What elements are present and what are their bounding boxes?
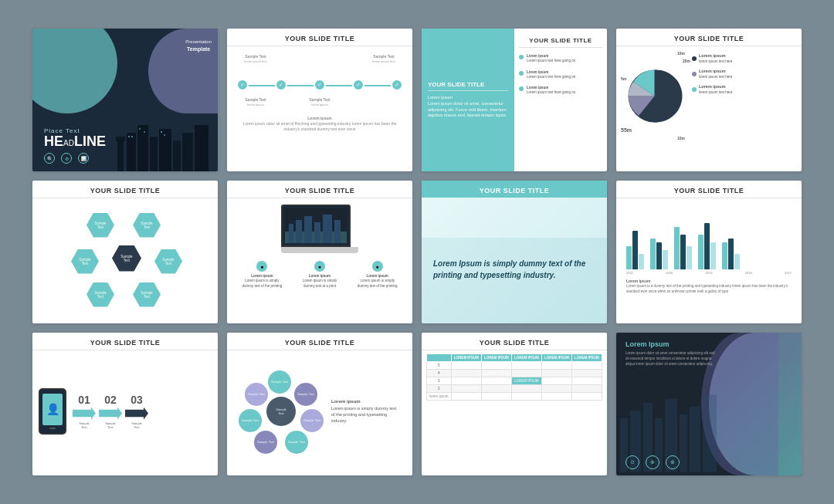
legend-text-2: Lorem ipsumlorem ipsum text here (699, 69, 732, 79)
label-2018: 2018 (745, 271, 752, 275)
th-col4: LOREM IPSUM (541, 354, 571, 362)
svg-rect-3 (137, 125, 148, 171)
pie-label-20m: 20m (683, 59, 690, 63)
presentation-title: Presentation Template (185, 38, 212, 53)
svg-rect-8 (195, 125, 208, 171)
gear-icon: ⚙ (61, 153, 72, 164)
svg-rect-20 (304, 216, 312, 243)
cell-3-4 (541, 377, 571, 385)
hex-top: SampleText (86, 213, 114, 238)
slide-11-table[interactable]: YOUR SLIDE TITLE LOREM IPSUM LOREM IPSUM… (422, 333, 607, 475)
step-3-text: SampleText (131, 421, 142, 429)
row-num-4: 4 (427, 370, 452, 377)
slide-9-title: YOUR SLIDE TITLE (32, 333, 218, 350)
bottom-icon-1: ⊙ (626, 455, 639, 469)
bullet-text-2: Lorem ipsumLorem ipsum text here going o… (527, 70, 575, 80)
bar-2020-2 (656, 242, 662, 269)
laptop-desc-2: ● Lorem ipsumLorem ipsum is simply dummy… (297, 261, 343, 289)
cell-3-5 (571, 377, 602, 385)
svg-rect-18 (289, 224, 293, 243)
cell-4-4 (541, 370, 571, 377)
cell-1-2 (481, 393, 511, 401)
row-num-5: 5 (427, 362, 452, 370)
bar-2018-2 (704, 223, 710, 269)
circle-center: SampleText (266, 397, 296, 426)
row-num-3: 3 (427, 377, 452, 385)
bullet-item-3: Lorem ipsumLorem ipsum text here going o… (519, 86, 602, 96)
laptop-icon-1: ● (256, 261, 267, 272)
hex-top-right: SampleText (133, 213, 161, 238)
laptop-text-1: Lorem ipsumLorem ipsum is simply dummy t… (239, 274, 285, 289)
svg-rect-13 (161, 131, 162, 133)
timeline-lorem: Lorem ipsum Lorem ipsum dolor sit amet o… (233, 116, 406, 132)
timeline-node-3 (314, 79, 326, 91)
cell-1-4 (541, 393, 571, 401)
pie-chart: 10m 20m 5m 55m 10m (619, 49, 689, 142)
bar-2017-2 (728, 238, 734, 269)
pie-label-10m-top: 10m (677, 51, 685, 56)
slide-2-content: Sample Textlorem ipsum text Sample Textl… (227, 46, 412, 135)
slide-5-hex[interactable]: YOUR SLIDE TITLE SampleText SampleText S… (32, 181, 218, 323)
slide-9-mobile[interactable]: YOUR SLIDE TITLE 👤 01 SampleText 02 Samp… (32, 333, 218, 475)
circle-top: Sample Text (268, 370, 291, 394)
svg-rect-14 (164, 134, 165, 136)
timeline-node-5 (391, 79, 403, 91)
slide-12-dark-cover[interactable]: Lorem Ipsum Lorem ipsum dolor sit amet c… (616, 333, 802, 475)
label-2021: 2021 (626, 271, 633, 275)
laptop-desc-1: ● Lorem ipsumLorem ipsum is simply dummy… (239, 261, 285, 289)
legend-text-3: Lorem ipsumlorem ipsum text here (699, 84, 732, 95)
circle-right: Sample Text (300, 409, 324, 432)
laptop-text-2: Lorem ipsumLorem ipsum is simply dummy t… (297, 274, 343, 289)
label-2019: 2019 (706, 271, 713, 275)
cell-3-1 (451, 377, 481, 385)
hex-right: SampleText (154, 249, 182, 274)
table-row: 4 LOREM IPSUM (427, 370, 602, 377)
cell-1-3 (511, 393, 541, 401)
step-1-num: 01 (78, 394, 90, 406)
chart-icon: 📊 (78, 153, 89, 164)
slide-3-two-col[interactable]: YOUR SLIDE TITLE Lorem ipsumLorem ipsum … (422, 29, 607, 171)
slide-10-title: YOUR SLIDE TITLE (227, 333, 412, 350)
slide-7-text[interactable]: YOUR SLIDE TITLE Lorem Ipsum is simply d… (422, 181, 607, 323)
pie-svg (622, 63, 687, 129)
slide-2-title: YOUR SLIDE TITLE (227, 29, 412, 46)
circle-left: Sample Text (239, 409, 262, 432)
bar-chart (622, 208, 795, 269)
cell-2-2 (481, 385, 511, 393)
svg-rect-6 (173, 140, 181, 171)
bar-group-2018 (698, 223, 716, 269)
slide-4-pie[interactable]: YOUR SLIDE TITLE 10m 20m 5m (616, 29, 802, 171)
slide-3-right-title: YOUR SLIDE TITLE (519, 32, 602, 48)
slide-1-cover[interactable]: Presentation Template Place Text HEADLIN… (32, 29, 218, 171)
slide-2-timeline[interactable]: YOUR SLIDE TITLE Sample Textlorem ipsum … (227, 29, 412, 171)
slide-8-content: 2021 2020 2019 2018 2017 Lorem ipsum Lor… (616, 198, 802, 297)
bar-2021-1 (626, 246, 632, 269)
hex-center: SampleText (112, 245, 141, 272)
laptop-desc-3: ● Lorem ipsumLorem ipsum is simply dummy… (354, 261, 401, 289)
label-2017: 2017 (785, 271, 792, 275)
th-col1: LOREM IPSUM (451, 354, 481, 362)
bullet-list: Lorem ipsumLorem ipsum text here going o… (519, 54, 602, 96)
th-col3: LOREM IPSUM (511, 354, 541, 362)
svg-rect-21 (314, 222, 320, 243)
bar-2019-2 (680, 235, 686, 269)
cell-2-5 (571, 385, 602, 393)
row-num-1: lorem ipsum (427, 393, 452, 401)
slide-8-bar[interactable]: YOUR SLIDE TITLE (616, 181, 802, 323)
table-row: lorem ipsum (427, 393, 602, 401)
table-row: 3 LOREM IPSUM (427, 377, 602, 385)
slide-3-left: YOUR SLIDE TITLE Lorem ipsumLorem ipsum … (422, 29, 514, 171)
bar-2021-3 (639, 254, 644, 269)
slide-5-title: YOUR SLIDE TITLE (32, 181, 218, 198)
svg-rect-29 (680, 414, 687, 472)
slide-6-laptop[interactable]: YOUR SLIDE TITLE (227, 181, 412, 323)
slide-6-title: YOUR SLIDE TITLE (227, 181, 412, 198)
cell-4-5 (571, 370, 602, 377)
cell-4-1 (451, 370, 481, 377)
cell-3-3: LOREM IPSUM (511, 377, 541, 385)
headline-text: HEADLINE (44, 134, 106, 148)
slide-7-big-text: Lorem Ipsum is simply dummy text of the … (433, 258, 595, 281)
slide-10-circle[interactable]: YOUR SLIDE TITLE Sample Text Sample Text… (227, 333, 412, 475)
cell-5-4 (541, 362, 571, 370)
cell-4-3 (511, 370, 541, 377)
